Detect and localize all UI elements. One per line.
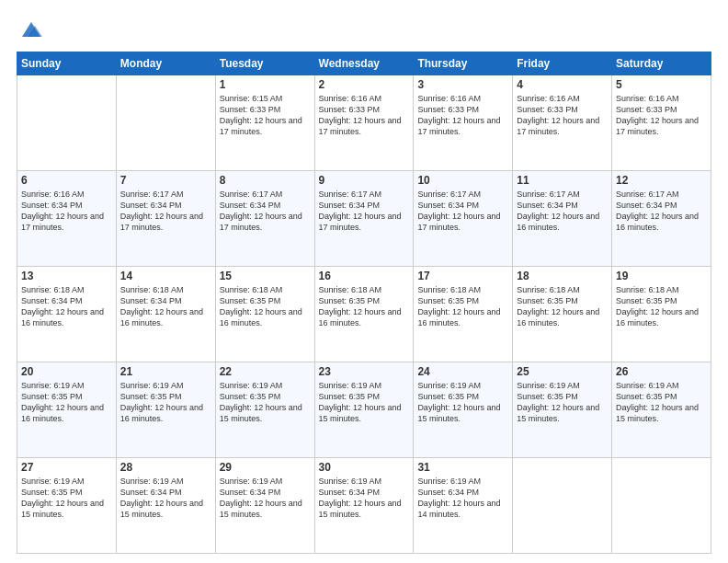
day-number: 6 <box>21 174 112 187</box>
calendar-cell <box>17 75 117 171</box>
week-row-5: 27Sunrise: 6:19 AM Sunset: 6:35 PM Dayli… <box>17 458 711 554</box>
day-number: 4 <box>517 78 608 91</box>
weekday-header-monday: Monday <box>116 52 215 75</box>
cell-info: Sunrise: 6:16 AM Sunset: 6:34 PM Dayligh… <box>21 189 112 234</box>
day-number: 27 <box>21 461 112 474</box>
cell-info: Sunrise: 6:17 AM Sunset: 6:34 PM Dayligh… <box>319 189 410 234</box>
cell-info: Sunrise: 6:16 AM Sunset: 6:33 PM Dayligh… <box>417 93 508 138</box>
cell-info: Sunrise: 6:18 AM Sunset: 6:35 PM Dayligh… <box>319 284 410 329</box>
page: SundayMondayTuesdayWednesdayThursdayFrid… <box>0 0 728 563</box>
logo-icon <box>18 17 44 42</box>
day-number: 25 <box>517 365 608 378</box>
cell-info: Sunrise: 6:19 AM Sunset: 6:34 PM Dayligh… <box>417 476 508 521</box>
cell-info: Sunrise: 6:16 AM Sunset: 6:33 PM Dayligh… <box>517 93 608 138</box>
calendar-cell: 7Sunrise: 6:17 AM Sunset: 6:34 PM Daylig… <box>116 171 215 267</box>
calendar-cell: 16Sunrise: 6:18 AM Sunset: 6:35 PM Dayli… <box>314 267 414 362</box>
day-number: 2 <box>319 78 410 91</box>
day-number: 11 <box>517 174 608 187</box>
header <box>17 17 711 42</box>
cell-info: Sunrise: 6:18 AM Sunset: 6:34 PM Dayligh… <box>120 284 211 329</box>
weekday-header-friday: Friday <box>513 52 612 75</box>
calendar-cell: 19Sunrise: 6:18 AM Sunset: 6:35 PM Dayli… <box>612 267 711 362</box>
cell-info: Sunrise: 6:19 AM Sunset: 6:35 PM Dayligh… <box>517 380 608 425</box>
weekday-header-row: SundayMondayTuesdayWednesdayThursdayFrid… <box>17 52 711 75</box>
cell-info: Sunrise: 6:17 AM Sunset: 6:34 PM Dayligh… <box>220 189 311 234</box>
calendar-cell: 8Sunrise: 6:17 AM Sunset: 6:34 PM Daylig… <box>215 171 314 267</box>
calendar-cell: 13Sunrise: 6:18 AM Sunset: 6:34 PM Dayli… <box>17 267 117 362</box>
calendar-cell: 23Sunrise: 6:19 AM Sunset: 6:35 PM Dayli… <box>314 362 414 458</box>
week-row-1: 1Sunrise: 6:15 AM Sunset: 6:33 PM Daylig… <box>17 75 711 171</box>
day-number: 16 <box>319 270 410 282</box>
cell-info: Sunrise: 6:19 AM Sunset: 6:35 PM Dayligh… <box>120 380 211 425</box>
calendar-cell: 5Sunrise: 6:16 AM Sunset: 6:33 PM Daylig… <box>612 75 711 171</box>
cell-info: Sunrise: 6:19 AM Sunset: 6:35 PM Dayligh… <box>21 380 112 425</box>
weekday-header-thursday: Thursday <box>414 52 513 75</box>
calendar-table: SundayMondayTuesdayWednesdayThursdayFrid… <box>17 52 711 554</box>
weekday-header-tuesday: Tuesday <box>215 52 314 75</box>
cell-info: Sunrise: 6:16 AM Sunset: 6:33 PM Dayligh… <box>616 93 707 138</box>
calendar-cell: 22Sunrise: 6:19 AM Sunset: 6:35 PM Dayli… <box>215 362 314 458</box>
day-number: 13 <box>21 270 112 282</box>
calendar-cell: 12Sunrise: 6:17 AM Sunset: 6:34 PM Dayli… <box>612 171 711 267</box>
cell-info: Sunrise: 6:18 AM Sunset: 6:34 PM Dayligh… <box>21 284 112 329</box>
weekday-header-saturday: Saturday <box>612 52 711 75</box>
day-number: 18 <box>517 270 608 282</box>
week-row-3: 13Sunrise: 6:18 AM Sunset: 6:34 PM Dayli… <box>17 267 711 362</box>
cell-info: Sunrise: 6:16 AM Sunset: 6:33 PM Dayligh… <box>319 93 410 138</box>
cell-info: Sunrise: 6:17 AM Sunset: 6:34 PM Dayligh… <box>517 189 608 234</box>
day-number: 31 <box>417 461 508 474</box>
cell-info: Sunrise: 6:18 AM Sunset: 6:35 PM Dayligh… <box>616 284 707 329</box>
calendar-cell: 28Sunrise: 6:19 AM Sunset: 6:34 PM Dayli… <box>116 458 215 554</box>
calendar-cell: 6Sunrise: 6:16 AM Sunset: 6:34 PM Daylig… <box>17 171 117 267</box>
calendar-cell: 30Sunrise: 6:19 AM Sunset: 6:34 PM Dayli… <box>314 458 414 554</box>
day-number: 29 <box>220 461 311 474</box>
calendar-cell: 3Sunrise: 6:16 AM Sunset: 6:33 PM Daylig… <box>414 75 513 171</box>
day-number: 14 <box>120 270 211 282</box>
calendar-cell: 4Sunrise: 6:16 AM Sunset: 6:33 PM Daylig… <box>513 75 612 171</box>
day-number: 7 <box>120 174 211 187</box>
cell-info: Sunrise: 6:15 AM Sunset: 6:33 PM Dayligh… <box>220 93 311 138</box>
cell-info: Sunrise: 6:19 AM Sunset: 6:35 PM Dayligh… <box>220 380 311 425</box>
day-number: 28 <box>120 461 211 474</box>
calendar-cell: 29Sunrise: 6:19 AM Sunset: 6:34 PM Dayli… <box>215 458 314 554</box>
weekday-header-sunday: Sunday <box>17 52 117 75</box>
day-number: 19 <box>616 270 707 282</box>
cell-info: Sunrise: 6:19 AM Sunset: 6:35 PM Dayligh… <box>319 380 410 425</box>
day-number: 3 <box>417 78 508 91</box>
day-number: 15 <box>220 270 311 282</box>
cell-info: Sunrise: 6:18 AM Sunset: 6:35 PM Dayligh… <box>220 284 311 329</box>
calendar-cell: 15Sunrise: 6:18 AM Sunset: 6:35 PM Dayli… <box>215 267 314 362</box>
calendar-cell <box>612 458 711 554</box>
calendar-cell <box>116 75 215 171</box>
calendar-cell: 25Sunrise: 6:19 AM Sunset: 6:35 PM Dayli… <box>513 362 612 458</box>
calendar-cell: 26Sunrise: 6:19 AM Sunset: 6:35 PM Dayli… <box>612 362 711 458</box>
calendar-cell: 18Sunrise: 6:18 AM Sunset: 6:35 PM Dayli… <box>513 267 612 362</box>
calendar-cell: 21Sunrise: 6:19 AM Sunset: 6:35 PM Dayli… <box>116 362 215 458</box>
calendar-cell: 9Sunrise: 6:17 AM Sunset: 6:34 PM Daylig… <box>314 171 414 267</box>
cell-info: Sunrise: 6:19 AM Sunset: 6:34 PM Dayligh… <box>220 476 311 521</box>
day-number: 5 <box>616 78 707 91</box>
calendar-cell: 17Sunrise: 6:18 AM Sunset: 6:35 PM Dayli… <box>414 267 513 362</box>
weekday-header-wednesday: Wednesday <box>314 52 414 75</box>
week-row-4: 20Sunrise: 6:19 AM Sunset: 6:35 PM Dayli… <box>17 362 711 458</box>
day-number: 9 <box>319 174 410 187</box>
day-number: 12 <box>616 174 707 187</box>
calendar-cell: 20Sunrise: 6:19 AM Sunset: 6:35 PM Dayli… <box>17 362 117 458</box>
day-number: 21 <box>120 365 211 378</box>
day-number: 22 <box>220 365 311 378</box>
calendar-cell: 24Sunrise: 6:19 AM Sunset: 6:35 PM Dayli… <box>414 362 513 458</box>
calendar-cell: 27Sunrise: 6:19 AM Sunset: 6:35 PM Dayli… <box>17 458 117 554</box>
cell-info: Sunrise: 6:19 AM Sunset: 6:34 PM Dayligh… <box>319 476 410 521</box>
cell-info: Sunrise: 6:17 AM Sunset: 6:34 PM Dayligh… <box>417 189 508 234</box>
day-number: 10 <box>417 174 508 187</box>
logo <box>17 17 44 42</box>
week-row-2: 6Sunrise: 6:16 AM Sunset: 6:34 PM Daylig… <box>17 171 711 267</box>
calendar-cell: 11Sunrise: 6:17 AM Sunset: 6:34 PM Dayli… <box>513 171 612 267</box>
day-number: 26 <box>616 365 707 378</box>
day-number: 17 <box>417 270 508 282</box>
calendar-cell: 1Sunrise: 6:15 AM Sunset: 6:33 PM Daylig… <box>215 75 314 171</box>
calendar-cell: 2Sunrise: 6:16 AM Sunset: 6:33 PM Daylig… <box>314 75 414 171</box>
cell-info: Sunrise: 6:18 AM Sunset: 6:35 PM Dayligh… <box>417 284 508 329</box>
calendar-cell: 10Sunrise: 6:17 AM Sunset: 6:34 PM Dayli… <box>414 171 513 267</box>
calendar-cell: 14Sunrise: 6:18 AM Sunset: 6:34 PM Dayli… <box>116 267 215 362</box>
